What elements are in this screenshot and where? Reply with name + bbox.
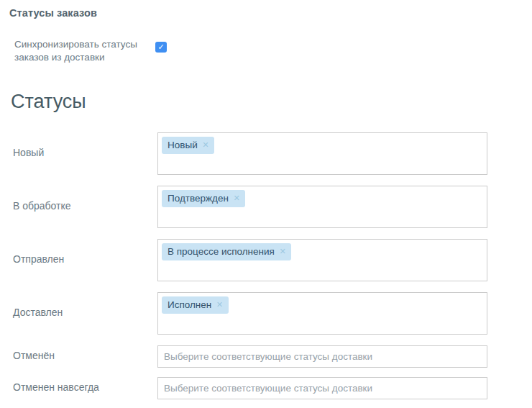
statuses-heading: Статусы (11, 91, 532, 113)
remove-tag-icon[interactable]: × (280, 246, 285, 257)
status-row-label: Отменен навсегда (9, 377, 157, 399)
tag-label: Новый (168, 140, 198, 150)
sync-statuses-label: Синхронизировать статусы заказов из дост… (14, 38, 155, 64)
status-row-label: Доставлен (9, 292, 157, 335)
check-icon: ✓ (157, 43, 164, 51)
status-row-cancelled-forever: Отменен навсегда (9, 377, 532, 399)
sync-statuses-checkbox[interactable]: ✓ (155, 42, 167, 53)
multiselect-new[interactable]: Новый × (157, 132, 487, 175)
order-statuses-settings-panel: Статусы заказов Синхронизировать статусы… (0, 0, 532, 399)
tag-label: Подтвержден (168, 193, 229, 204)
section-title: Статусы заказов (9, 7, 532, 19)
status-row-sent: Отправлен В процессе исполнения × (9, 239, 532, 281)
multiselect-processing[interactable]: Подтвержден × (157, 186, 487, 228)
remove-tag-icon[interactable]: × (203, 140, 208, 150)
status-row-new: Новый Новый × (9, 132, 532, 175)
selected-tag: Исполнен × (162, 296, 229, 314)
remove-tag-icon[interactable]: × (234, 193, 239, 204)
sync-statuses-row: Синхронизировать статусы заказов из дост… (14, 38, 532, 64)
remove-tag-icon[interactable]: × (216, 299, 222, 310)
status-row-cancelled: Отменён (9, 345, 532, 368)
status-row-label: Новый (9, 132, 157, 175)
multiselect-cancelled-input[interactable] (157, 345, 487, 368)
status-row-processing: В обработке Подтвержден × (9, 186, 532, 228)
tag-label: Исполнен (168, 299, 211, 310)
status-row-delivered: Доставлен Исполнен × (9, 292, 532, 335)
multiselect-delivered[interactable]: Исполнен × (157, 292, 487, 335)
selected-tag: В процессе исполнения × (162, 243, 291, 260)
multiselect-sent[interactable]: В процессе исполнения × (157, 239, 487, 281)
status-row-label: В обработке (9, 186, 157, 228)
status-mapping-form: Новый Новый × В обработке Подтвержден × … (9, 132, 532, 399)
status-row-label: Отменён (9, 345, 157, 368)
selected-tag: Новый × (162, 137, 214, 154)
selected-tag: Подтвержден × (162, 190, 245, 207)
tag-label: В процессе исполнения (168, 246, 275, 257)
multiselect-cancelled-forever-input[interactable] (157, 377, 487, 399)
status-row-label: Отправлен (9, 239, 157, 281)
